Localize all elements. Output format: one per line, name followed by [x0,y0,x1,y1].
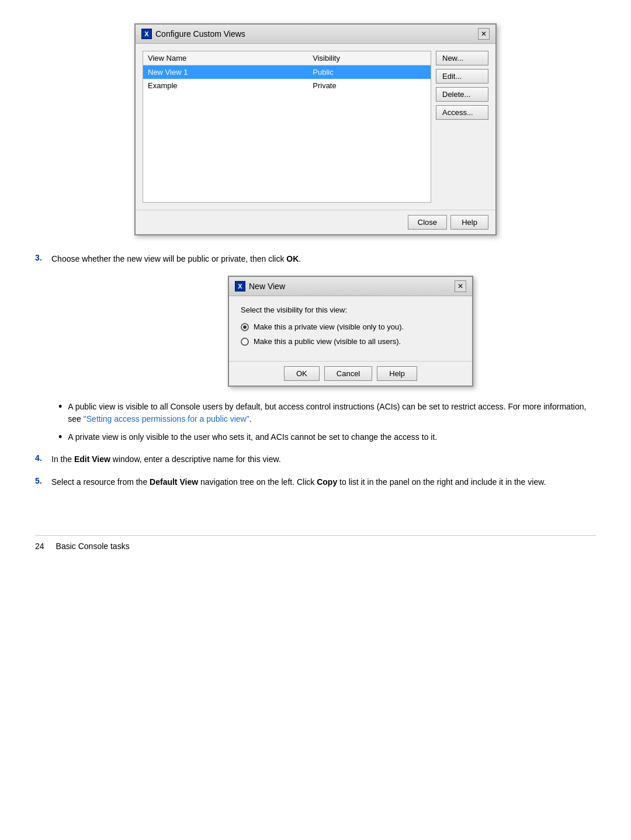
dialog-titlebar: X Configure Custom Views ✕ [136,25,495,44]
nv-body: Select the visibility for this view: Mak… [229,296,472,361]
col-visibility: Visibility [308,51,431,65]
cancel-button[interactable]: Cancel [324,366,372,381]
delete-button[interactable]: Delete... [436,87,488,102]
step-5-text: Select a resource from the Default View … [51,476,546,488]
row-name: Example [143,79,308,92]
step-5: 5. Select a resource from the Default Vi… [35,476,596,488]
nv-select-text: Select the visibility for this view: [241,306,460,314]
bullet-dot-2: • [58,431,62,444]
nv-close-button[interactable]: ✕ [455,280,466,292]
nv-dialog-title: New View [249,282,285,291]
row-visibility: Private [308,79,431,92]
radio-private-circle[interactable] [241,323,249,331]
row-name: New View 1 [143,65,308,79]
close-footer-button[interactable]: Close [408,215,447,230]
nv-radio-private[interactable]: Make this a private view (visible only t… [241,322,460,331]
table-row[interactable]: Example Private [143,79,431,92]
step-number-4: 4. [35,453,44,463]
step-4-text: In the Edit View window, enter a descrip… [51,453,281,466]
new-view-dialog: X New View ✕ Select the visibility for t… [228,276,473,387]
row-visibility: Public [308,65,431,79]
page-footer: 24 Basic Console tasks [35,535,596,551]
nv-radio-public[interactable]: Make this a public view (visible to all … [241,337,460,346]
step-4: 4. In the Edit View window, enter a desc… [35,453,596,466]
ccv-table-area: View Name Visibility New View 1 Public E… [143,51,431,203]
ccv-content-area: View Name Visibility New View 1 Public E… [136,44,495,210]
help-button[interactable]: Help [377,366,417,381]
titlebar-left: X Configure Custom Views [141,29,245,39]
bullet-item-1: • A public view is visible to all Consol… [58,401,596,425]
page-number: 24 [35,542,44,551]
public-view-link[interactable]: "Setting access permissions for a public… [84,414,249,424]
step-3: 3. Choose whether the new view will be p… [35,253,596,265]
dialog-title: Configure Custom Views [155,29,245,39]
page-section: Basic Console tasks [56,542,130,551]
ccv-action-buttons: New... Edit... Delete... Access... [436,51,488,203]
nv-titlebar-left: X New View [235,281,285,291]
close-button-ccv[interactable]: ✕ [478,28,490,40]
bullet-dot-1: • [58,401,62,414]
bullet-text-2: A private view is only visible to the us… [68,431,437,443]
table-row[interactable]: New View 1 Public [143,65,431,79]
views-table: View Name Visibility New View 1 Public E… [143,51,431,92]
nv-titlebar: X New View ✕ [229,277,472,296]
col-view-name: View Name [143,51,308,65]
radio-public-label: Make this a public view (visible to all … [254,337,401,346]
radio-private-label: Make this a private view (visible only t… [254,322,404,331]
dialog-app-icon: X [141,29,152,39]
bullet-item-2: • A private view is only visible to the … [58,431,596,444]
new-button[interactable]: New... [436,51,488,65]
nv-footer: OK Cancel Help [229,361,472,386]
step-number-5: 5. [35,476,44,485]
bullet-list: • A public view is visible to all Consol… [58,401,596,444]
access-button[interactable]: Access... [436,105,488,120]
ccv-footer: Close Help [136,210,495,234]
step-3-text: Choose whether the new view will be publ… [51,253,301,265]
edit-button[interactable]: Edit... [436,69,488,84]
step-number-3: 3. [35,253,44,262]
bullet-text-1: A public view is visible to all Console … [68,401,596,425]
configure-custom-views-dialog: X Configure Custom Views ✕ View Name Vis… [134,23,497,235]
ok-button[interactable]: OK [284,366,320,381]
help-footer-button[interactable]: Help [450,215,488,230]
nv-app-icon: X [235,281,245,291]
radio-public-circle[interactable] [241,338,249,346]
